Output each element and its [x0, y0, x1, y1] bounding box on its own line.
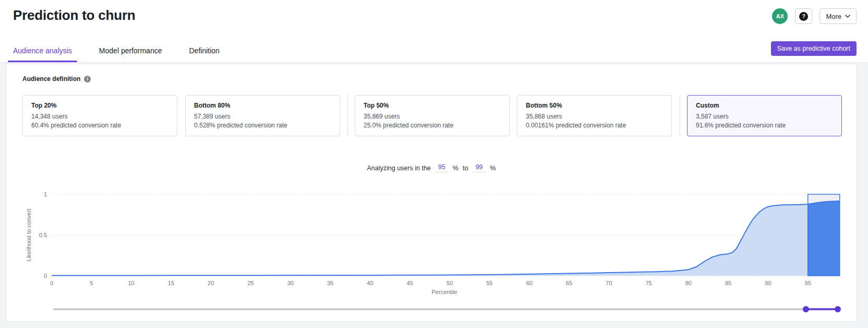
chevron-down-icon	[845, 15, 850, 18]
slider-track[interactable]	[53, 308, 838, 310]
more-button-label: More	[826, 13, 841, 20]
svg-text:1: 1	[44, 191, 47, 197]
card-users: 14,348 users	[31, 112, 168, 121]
card-rate: 25.0% predicted conversion rate	[364, 121, 501, 130]
percent-sign: %	[490, 165, 496, 172]
save-as-predictive-cohort-button[interactable]: Save as predictive cohort	[771, 41, 857, 56]
tab-bar: Audience analysis Model performance Defi…	[0, 33, 868, 63]
range-prefix-label: Analyzing users in the	[367, 165, 431, 172]
help-icon: ?	[799, 12, 808, 21]
percentile-range-control: Analyzing users in the % to %	[6, 163, 857, 172]
slider-handle-left[interactable]	[803, 306, 809, 312]
card-rate: 0.528% predicted conversion rate	[194, 121, 331, 130]
audience-analysis-panel: Audience definition i Top 20% 14,348 use…	[6, 64, 857, 322]
card-users: 3,587 users	[696, 112, 833, 121]
tabs: Audience analysis Model performance Defi…	[8, 46, 225, 62]
card-bottom-80[interactable]: Bottom 80% 57,389 users 0.528% predicted…	[185, 95, 340, 136]
card-title: Bottom 80%	[194, 102, 331, 109]
card-users: 35,869 users	[364, 112, 501, 121]
card-top-50[interactable]: Top 50% 35,869 users 25.0% predicted con…	[355, 95, 510, 136]
svg-text:85: 85	[725, 280, 731, 286]
svg-text:65: 65	[566, 280, 572, 286]
prediction-page: Prediction to churn AX ? More Audience a…	[0, 0, 868, 328]
audience-definition-header: Audience definition i	[22, 75, 91, 83]
tab-definition[interactable]: Definition	[184, 46, 224, 62]
card-users: 35,868 users	[526, 112, 663, 121]
card-title: Top 50%	[364, 102, 501, 109]
range-from-input[interactable]	[435, 163, 449, 172]
svg-text:5: 5	[90, 280, 93, 286]
card-rate: 60.4% predicted conversion rate	[31, 121, 168, 130]
tab-audience-analysis[interactable]: Audience analysis	[8, 46, 77, 62]
top-bar-actions: AX ? More	[772, 8, 857, 24]
card-top-20[interactable]: Top 20% 14,348 users 60.4% predicted con…	[22, 95, 177, 136]
percentile-range-slider[interactable]	[53, 306, 838, 313]
range-to-input[interactable]	[472, 163, 486, 172]
range-connector-label: to	[463, 165, 468, 172]
svg-text:60: 60	[526, 280, 532, 286]
audience-definition-label: Audience definition	[22, 75, 80, 83]
svg-text:50: 50	[447, 280, 453, 286]
svg-text:25: 25	[247, 280, 254, 286]
svg-text:30: 30	[287, 280, 294, 286]
help-button[interactable]: ?	[795, 8, 812, 24]
svg-text:15: 15	[168, 280, 174, 286]
tab-model-performance[interactable]: Model performance	[94, 46, 167, 62]
svg-text:20: 20	[208, 280, 214, 286]
svg-text:0.5: 0.5	[39, 232, 47, 238]
svg-text:Percentile: Percentile	[432, 289, 457, 295]
slider-selected-range	[806, 308, 838, 310]
svg-text:75: 75	[645, 280, 652, 286]
card-title: Top 20%	[31, 102, 168, 109]
likelihood-to-convert-chart[interactable]: 0510152025303540455055606570758085909500…	[6, 177, 858, 302]
svg-text:10: 10	[128, 280, 134, 286]
svg-text:90: 90	[765, 280, 771, 286]
content-area: Audience definition i Top 20% 14,348 use…	[0, 63, 868, 328]
card-bottom-50[interactable]: Bottom 50% 35,868 users 0.00161% predict…	[517, 95, 672, 136]
svg-text:70: 70	[606, 280, 612, 286]
svg-text:0: 0	[50, 280, 53, 286]
card-title: Bottom 50%	[526, 102, 663, 109]
svg-text:45: 45	[407, 280, 413, 286]
card-custom[interactable]: Custom 3,587 users 91.6% predicted conve…	[687, 95, 842, 136]
card-rate: 91.6% predicted conversion rate	[696, 121, 833, 130]
svg-text:Likelihood to convert: Likelihood to convert	[26, 209, 32, 262]
card-group-divider	[347, 95, 348, 137]
avatar-initials: AX	[776, 13, 784, 19]
card-rate: 0.00161% predicted conversion rate	[526, 121, 663, 130]
slider-handle-right[interactable]	[835, 306, 841, 312]
card-group-divider	[680, 95, 680, 137]
card-title: Custom	[696, 102, 833, 109]
svg-text:35: 35	[327, 280, 333, 286]
svg-text:40: 40	[367, 280, 373, 286]
svg-text:55: 55	[486, 280, 492, 286]
percent-sign: %	[453, 165, 459, 172]
info-icon[interactable]: i	[84, 76, 91, 83]
top-bar: Prediction to churn AX ? More	[0, 0, 868, 33]
avatar[interactable]: AX	[772, 8, 788, 24]
svg-text:0: 0	[44, 273, 47, 279]
page-title: Prediction to churn	[13, 7, 136, 24]
more-button[interactable]: More	[819, 8, 857, 24]
svg-text:80: 80	[685, 280, 692, 286]
card-users: 57,389 users	[194, 112, 331, 121]
svg-text:95: 95	[805, 280, 811, 286]
